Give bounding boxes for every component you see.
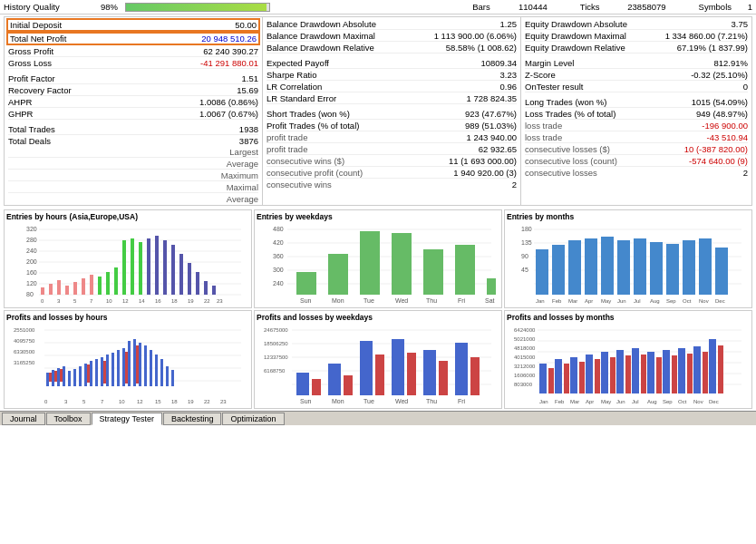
svg-text:Nov: Nov (699, 298, 709, 304)
bd-rel-value: 58.58% (1 008.62) (446, 43, 517, 53)
svg-rect-144 (136, 345, 139, 384)
gross-profit-label: Gross Profit (8, 46, 53, 56)
svg-rect-28 (155, 236, 159, 295)
svg-rect-167 (360, 341, 373, 395)
profits-months-svg: 6424000 5021000 4818000 4015000 3212000 … (507, 323, 750, 404)
svg-rect-216 (672, 355, 677, 393)
bd-abs-label: Balance Drawdown Absolute (267, 19, 376, 29)
svg-text:15: 15 (155, 399, 161, 404)
svg-rect-127 (117, 350, 120, 386)
svg-text:0: 0 (44, 399, 48, 404)
svg-rect-128 (122, 348, 125, 386)
svg-rect-207 (709, 339, 716, 393)
svg-rect-125 (106, 355, 109, 386)
total-trades-label: Total Trades (8, 124, 55, 134)
maximal-consec-profit-sublabel: consecutive profit (count) (267, 168, 363, 178)
lr-corr-label: LR Correlation (267, 82, 322, 92)
svg-text:120: 120 (26, 280, 37, 287)
tab-strategy-tester[interactable]: Strategy Tester (92, 413, 162, 425)
tab-optimization[interactable]: Optimization (222, 413, 284, 425)
average-loss-value: -43 510.94 (707, 132, 748, 142)
svg-rect-33 (196, 272, 199, 295)
profit-trades-value: 989 (51.03%) (465, 121, 517, 131)
svg-text:Jan: Jan (539, 399, 548, 404)
svg-rect-59 (328, 254, 348, 295)
svg-text:Nov: Nov (693, 399, 703, 404)
svg-text:Apr: Apr (586, 399, 594, 404)
svg-text:Fri: Fri (458, 297, 466, 304)
svg-text:Sun: Sun (300, 297, 312, 304)
lr-std-value: 1 728 824.35 (467, 93, 517, 103)
ticks-label: Ticks (580, 2, 600, 12)
tab-backtesting[interactable]: Backtesting (163, 413, 222, 425)
svg-text:Jun: Jun (617, 298, 626, 304)
avg-consec-wins-value: 2 (512, 180, 517, 189)
loss-trades-label: Loss Trades (% of total) (525, 109, 615, 119)
svg-text:180: 180 (521, 226, 532, 232)
svg-text:May: May (601, 298, 611, 304)
bd-max-label: Balance Drawdown Maximal (267, 31, 375, 41)
svg-rect-174 (407, 353, 416, 395)
average-profit-sublabel: profit trade (267, 144, 307, 154)
total-net-profit-value: 20 948 510.26 (201, 34, 257, 44)
entries-weekdays-title: Entries by weekdays (257, 212, 499, 221)
maximal-consec-profit-value: 1 940 920.00 (3) (453, 168, 517, 178)
svg-text:19: 19 (188, 298, 194, 304)
svg-text:280: 280 (26, 237, 37, 243)
gross-loss-label: Gross Loss (8, 58, 52, 68)
svg-rect-92 (715, 248, 728, 295)
profit-factor-label: Profit Factor (8, 73, 55, 83)
ghpr-label: GHPR (8, 109, 33, 119)
stats-col-3: Equity Drawdown Absolute 3.75 Equity Dra… (521, 17, 751, 205)
svg-rect-165 (296, 373, 309, 395)
svg-rect-173 (375, 355, 384, 395)
svg-text:5: 5 (82, 399, 86, 404)
col1-average2-label: Average (227, 194, 258, 204)
quality-bar (125, 3, 270, 12)
svg-rect-124 (101, 357, 103, 386)
svg-rect-198 (570, 357, 577, 393)
svg-text:Wed: Wed (395, 297, 408, 304)
svg-text:420: 420 (273, 239, 284, 246)
svg-rect-209 (564, 364, 569, 393)
svg-rect-61 (392, 233, 412, 295)
svg-text:360: 360 (273, 253, 284, 259)
svg-rect-203 (647, 352, 654, 393)
svg-rect-64 (487, 278, 496, 295)
svg-rect-86 (617, 240, 630, 295)
svg-text:Thu: Thu (426, 297, 437, 304)
svg-text:4818000: 4818000 (514, 345, 536, 351)
total-deals-label: Total Deals (8, 136, 51, 146)
svg-rect-211 (595, 359, 600, 393)
ed-max-value: 1 334 860.00 (7.21%) (665, 31, 748, 41)
svg-text:Jul: Jul (632, 399, 639, 404)
svg-rect-142 (103, 361, 106, 384)
ontester-label: OnTester result (525, 82, 583, 92)
svg-text:Mar: Mar (568, 298, 577, 304)
recovery-factor-value: 15.69 (237, 85, 258, 95)
svg-text:480: 480 (273, 226, 284, 232)
gross-loss-value: -41 291 880.01 (200, 58, 258, 68)
tab-journal[interactable]: Journal (2, 413, 45, 425)
svg-text:45: 45 (521, 267, 528, 273)
svg-rect-129 (128, 341, 131, 386)
svg-rect-135 (160, 359, 163, 386)
svg-rect-199 (586, 355, 593, 393)
svg-rect-117 (63, 366, 65, 386)
svg-text:Jul: Jul (634, 298, 641, 304)
svg-rect-27 (147, 238, 150, 295)
svg-rect-169 (423, 350, 436, 395)
svg-text:Thu: Thu (426, 398, 437, 404)
col1-average-label: Average (227, 159, 258, 169)
svg-text:18: 18 (171, 399, 178, 404)
svg-text:1606000: 1606000 (514, 373, 536, 378)
svg-text:3: 3 (64, 399, 68, 404)
tab-toolbox[interactable]: Toolbox (46, 413, 91, 425)
svg-rect-81 (536, 249, 548, 295)
profits-hours-chart: Profits and losses by hours 2551000 4095… (4, 310, 252, 409)
expected-payoff-value: 10809.34 (480, 58, 517, 68)
svg-text:200: 200 (26, 258, 37, 265)
svg-text:6330500: 6330500 (14, 349, 35, 355)
initial-deposit-value: 50.00 (235, 20, 257, 30)
svg-text:22: 22 (204, 399, 210, 404)
